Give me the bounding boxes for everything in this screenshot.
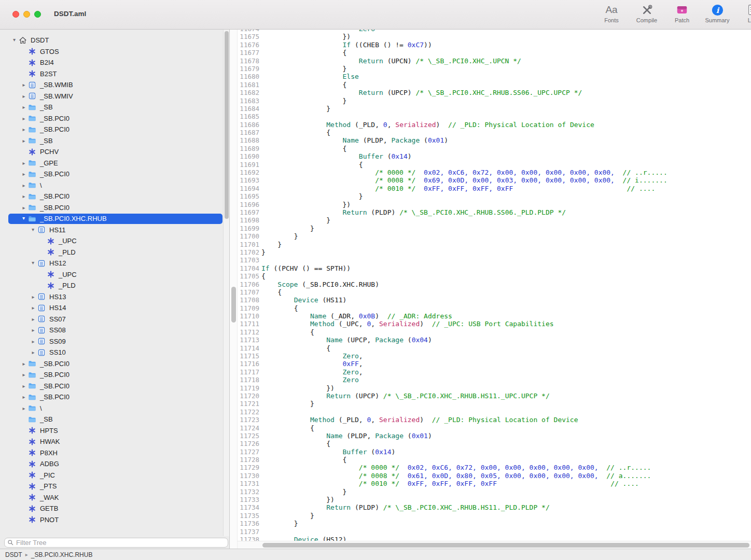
tree-item-sb[interactable]: _SB	[0, 414, 229, 425]
tree-item-sb-pci0[interactable]: ▸_SB.PCI0	[0, 369, 229, 381]
editor-vertical-scrollbar-thumb[interactable]	[231, 287, 236, 323]
tree-item-sb[interactable]: ▸_SB	[0, 102, 229, 113]
minimize-button[interactable]	[23, 11, 30, 18]
disclosure-triangle-icon[interactable]: ▸	[20, 160, 28, 166]
tree-item-gpe[interactable]: ▸_GPE	[0, 158, 229, 169]
disclosure-triangle-icon[interactable]: ▸	[20, 127, 28, 132]
tree-item-sb-pci0[interactable]: ▸_SB.PCI0	[0, 169, 229, 180]
disclosure-triangle-icon[interactable]: ▸	[20, 82, 28, 88]
tree-item-sb-wmiv[interactable]: ▸_SB.WMIV	[0, 91, 229, 102]
disclosure-triangle-icon[interactable]: ▸	[20, 138, 28, 144]
disclosure-triangle-icon[interactable]: ▸	[29, 339, 37, 344]
tree-item-sb-wmib[interactable]: ▸_SB.WMIB	[0, 79, 229, 91]
disclosure-triangle-icon[interactable]: ▸	[20, 205, 28, 211]
tree-item-hwak[interactable]: HWAK	[0, 436, 229, 447]
code-text[interactable]: 11674 Zero11675 })11676 If ((CHEB () != …	[238, 30, 751, 549]
log-button[interactable]: Log	[739, 3, 751, 23]
tree-item-pts[interactable]: _PTS	[0, 481, 229, 492]
tree-item-dsdt[interactable]: ▸DSDT	[0, 35, 229, 46]
tree-item-sb-pci0[interactable]: ▸_SB.PCI0	[0, 391, 229, 403]
tree-item-b2st[interactable]: B2ST	[0, 68, 229, 80]
filter-field[interactable]	[4, 538, 228, 548]
line-number: 11728	[238, 456, 259, 464]
tree-item-ss10[interactable]: ▸SS10	[0, 347, 229, 358]
line-number: 11700	[238, 232, 259, 240]
compile-button[interactable]: Compile	[633, 3, 661, 23]
tree-item-root[interactable]: ▸\	[0, 180, 229, 191]
tree-item-sb-pci0[interactable]: ▸_SB.PCI0	[0, 191, 229, 202]
tree-item-sb-pci0[interactable]: ▸_SB.PCI0	[0, 202, 229, 214]
tree-item-hs12[interactable]: ▸HS12	[0, 258, 229, 269]
tree-item-sb[interactable]: ▸_SB	[0, 135, 229, 147]
disclosure-triangle-icon[interactable]: ▸	[20, 383, 28, 389]
tree-item-adbg[interactable]: ADBG	[0, 458, 229, 470]
disclosure-triangle-icon[interactable]: ▸	[20, 372, 28, 377]
editor-vertical-scrollbar[interactable]	[230, 30, 238, 549]
disclosure-triangle-icon[interactable]: ▸	[20, 183, 28, 188]
tree-item-pld[interactable]: _PLD	[0, 280, 229, 291]
tree-item-root[interactable]: ▸\	[0, 403, 229, 414]
line-number: 11711	[238, 320, 259, 328]
tree-item-sb-pci0[interactable]: ▸_SB.PCI0	[0, 381, 229, 392]
disclosure-triangle-icon[interactable]: ▸	[29, 349, 37, 355]
tree-item-ss09[interactable]: ▸SS09	[0, 336, 229, 347]
editor-horizontal-scrollbar-thumb[interactable]	[262, 543, 749, 548]
disclosure-triangle-icon[interactable]: ▸	[31, 226, 36, 234]
tree-item-ss08[interactable]: ▸SS08	[0, 325, 229, 336]
disclosure-triangle-icon[interactable]: ▸	[31, 259, 36, 268]
editor-horizontal-scrollbar[interactable]	[238, 541, 751, 549]
breadcrumb-root[interactable]: DSDT	[5, 551, 22, 558]
tree-item-upc[interactable]: _UPC	[0, 235, 229, 247]
code-editor[interactable]: 11674 Zero11675 })11676 If ((CHEB () != …	[238, 30, 751, 549]
toolbar-label: Patch	[675, 17, 689, 23]
disclosure-triangle-icon[interactable]: ▸	[20, 394, 28, 400]
tree-item-pld[interactable]: _PLD	[0, 247, 229, 258]
disclosure-triangle-icon[interactable]: ▸	[20, 171, 28, 177]
sidebar-scrollbar-thumb[interactable]	[225, 31, 229, 219]
folder-icon	[28, 404, 37, 412]
disclosure-triangle-icon[interactable]: ▸	[21, 215, 27, 223]
breadcrumb-current[interactable]: _SB.PCI0.XHC.RHUB	[31, 551, 93, 558]
tree-item-pic[interactable]: _PIC	[0, 470, 229, 481]
tree-item-sb-pci0[interactable]: ▸_SB.PCI0	[0, 124, 229, 135]
code-line: 11725 Name (PLDP, Package (0x01)	[238, 432, 751, 440]
tree-item-sb-pci0[interactable]: ▸_SB.PCI0	[0, 358, 229, 370]
fonts-button[interactable]: Aa Fonts	[597, 3, 625, 23]
tree-item-getb[interactable]: GETB	[0, 503, 229, 514]
method-icon	[28, 460, 37, 468]
tree-item-b2i4[interactable]: B2I4	[0, 57, 229, 68]
zoom-button[interactable]	[34, 11, 41, 18]
namespace-tree[interactable]: ▸DSDTGTOSB2I4B2ST▸_SB.WMIB▸_SB.WMIV▸_SB▸…	[0, 30, 229, 538]
tree-item-hs14[interactable]: ▸HS14	[0, 302, 229, 314]
sidebar-scrollbar[interactable]	[223, 30, 229, 536]
disclosure-triangle-icon[interactable]: ▸	[20, 361, 28, 367]
disclosure-triangle-icon[interactable]: ▸	[20, 116, 28, 121]
tree-item-pchv[interactable]: PCHV	[0, 146, 229, 158]
patch-button[interactable]: Patch	[668, 3, 696, 23]
tree-item-hs11[interactable]: ▸HS11	[0, 225, 229, 236]
disclosure-triangle-icon[interactable]: ▸	[20, 193, 28, 199]
disclosure-triangle-icon[interactable]: ▸	[29, 316, 37, 322]
line-number: 11729	[238, 464, 259, 471]
disclosure-triangle-icon[interactable]: ▸	[20, 405, 28, 411]
tree-item-p8xh[interactable]: P8XH	[0, 447, 229, 459]
tree-item-hpts[interactable]: HPTS	[0, 425, 229, 437]
summary-button[interactable]: i Summary	[703, 3, 731, 23]
tree-item-upc[interactable]: _UPC	[0, 269, 229, 281]
tree-item-wak[interactable]: _WAK	[0, 492, 229, 503]
code-line: 11713 Name (UPCP, Package (0x04)	[238, 336, 751, 344]
tree-item-pnot[interactable]: PNOT	[0, 514, 229, 526]
tree-item-gtos[interactable]: GTOS	[0, 46, 229, 58]
filter-input[interactable]	[16, 538, 225, 547]
close-button[interactable]	[12, 11, 19, 18]
disclosure-triangle-icon[interactable]: ▸	[12, 36, 18, 45]
disclosure-triangle-icon[interactable]: ▸	[20, 104, 28, 110]
disclosure-triangle-icon[interactable]: ▸	[20, 93, 28, 99]
tree-item-sb-pci0[interactable]: ▸_SB.PCI0	[0, 113, 229, 124]
disclosure-triangle-icon[interactable]: ▸	[29, 305, 37, 311]
disclosure-triangle-icon[interactable]: ▸	[29, 327, 37, 333]
tree-item-ss07[interactable]: ▸SS07	[0, 314, 229, 325]
tree-item-hs13[interactable]: ▸HS13	[0, 291, 229, 303]
tree-item-sb-pci0-xhc-rhub[interactable]: ▸_SB.PCI0.XHC.RHUB	[0, 213, 229, 225]
disclosure-triangle-icon[interactable]: ▸	[29, 294, 37, 300]
